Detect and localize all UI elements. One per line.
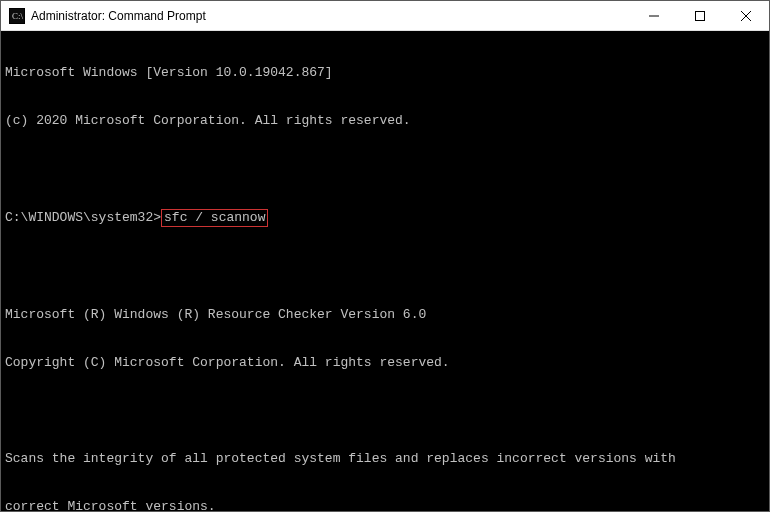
output-line: correct Microsoft versions. <box>5 499 765 511</box>
window-controls <box>631 1 769 30</box>
close-button[interactable] <box>723 1 769 30</box>
svg-text:C:\: C:\ <box>12 11 24 21</box>
prompt-line: C:\WINDOWS\system32>sfc / scannow <box>5 209 765 227</box>
blank-line <box>5 259 765 275</box>
maximize-button[interactable] <box>677 1 723 30</box>
window-title: Administrator: Command Prompt <box>31 9 631 23</box>
output-line: Microsoft Windows [Version 10.0.19042.86… <box>5 65 765 81</box>
titlebar: C:\ Administrator: Command Prompt <box>1 1 769 31</box>
svg-rect-4 <box>696 11 705 20</box>
command-prompt-window: C:\ Administrator: Command Prompt Micros… <box>0 0 770 512</box>
output-line: Microsoft (R) Windows (R) Resource Check… <box>5 307 765 323</box>
minimize-button[interactable] <box>631 1 677 30</box>
prompt-path: C:\WINDOWS\system32> <box>5 210 161 225</box>
command-highlight: sfc / scannow <box>161 209 268 227</box>
command-text: sfc / scannow <box>164 210 265 225</box>
blank-line <box>5 161 765 177</box>
output-line: (c) 2020 Microsoft Corporation. All righ… <box>5 113 765 129</box>
output-line: Copyright (C) Microsoft Corporation. All… <box>5 355 765 371</box>
console-area[interactable]: Microsoft Windows [Version 10.0.19042.86… <box>1 31 769 511</box>
output-line: Scans the integrity of all protected sys… <box>5 451 765 467</box>
cmd-icon: C:\ <box>9 8 25 24</box>
blank-line <box>5 403 765 419</box>
